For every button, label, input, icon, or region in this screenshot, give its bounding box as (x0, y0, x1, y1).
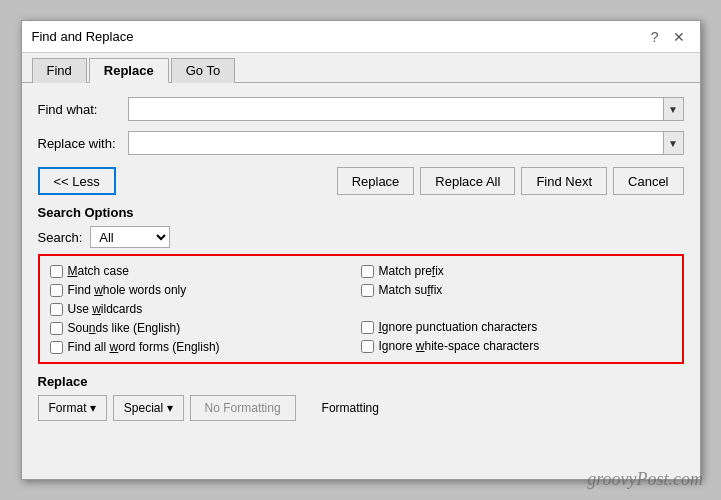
label-ignore-punctuation: Ignore punctuation characters (379, 320, 538, 334)
search-select[interactable]: All Down Up (91, 229, 169, 246)
format-button[interactable]: Format ▾ (38, 395, 107, 421)
label-whole-words: Find whole words only (68, 283, 187, 297)
label-ignore-whitespace: Ignore white-space characters (379, 339, 540, 353)
special-button[interactable]: Special ▾ (113, 395, 184, 421)
title-bar-buttons: ? ✕ (646, 28, 690, 46)
search-select-wrap: All Down Up (90, 226, 170, 248)
title-bar-left: Find and Replace (32, 29, 134, 44)
options-col-left: Match case Find whole words only Use wil… (50, 264, 361, 354)
option-ignore-whitespace: Ignore white-space characters (361, 339, 672, 353)
label-match-case: Match case (68, 264, 129, 278)
replace-section: Replace Format ▾ Special ▾ No Formatting… (38, 374, 684, 421)
tab-find[interactable]: Find (32, 58, 87, 83)
tab-goto[interactable]: Go To (171, 58, 235, 83)
checkbox-whole-words[interactable] (50, 284, 63, 297)
checkbox-ignore-whitespace[interactable] (361, 340, 374, 353)
label-match-prefix: Match prefix (379, 264, 444, 278)
dialog-title: Find and Replace (32, 29, 134, 44)
option-match-suffix: Match suffix (361, 283, 672, 297)
less-button[interactable]: << Less (38, 167, 116, 195)
find-input[interactable] (129, 98, 663, 120)
option-ignore-punctuation: Ignore punctuation characters (361, 320, 672, 334)
find-row: Find what: ▼ (38, 97, 684, 121)
option-word-forms: Find all word forms (English) (50, 340, 361, 354)
find-label: Find what: (38, 102, 128, 117)
find-replace-dialog: Find and Replace ? ✕ Find Replace Go To … (21, 20, 701, 480)
checkbox-match-prefix[interactable] (361, 265, 374, 278)
replace-dropdown-btn[interactable]: ▼ (663, 132, 683, 154)
options-box: Match case Find whole words only Use wil… (38, 254, 684, 364)
replace-all-button[interactable]: Replace All (420, 167, 515, 195)
watermark: groovyPost.com (587, 469, 703, 490)
checkbox-ignore-punctuation[interactable] (361, 321, 374, 334)
search-options-title: Search Options (38, 205, 684, 220)
formatting-label: Formatting (322, 401, 379, 415)
search-select-row: Search: All Down Up (38, 226, 684, 248)
no-formatting-button[interactable]: No Formatting (190, 395, 296, 421)
title-bar: Find and Replace ? ✕ (22, 21, 700, 53)
options-cols: Match case Find whole words only Use wil… (50, 264, 672, 354)
replace-button[interactable]: Replace (337, 167, 415, 195)
replace-input-wrap: ▼ (128, 131, 684, 155)
checkbox-word-forms[interactable] (50, 341, 63, 354)
search-label: Search: (38, 230, 83, 245)
find-input-wrap: ▼ (128, 97, 684, 121)
options-col-right: Match prefix Match suffix Ignore punctua… (361, 264, 672, 354)
find-next-button[interactable]: Find Next (521, 167, 607, 195)
replace-section-title: Replace (38, 374, 684, 389)
checkbox-match-case[interactable] (50, 265, 63, 278)
replace-input[interactable] (129, 132, 663, 154)
checkbox-match-suffix[interactable] (361, 284, 374, 297)
option-match-case: Match case (50, 264, 361, 278)
cancel-button[interactable]: Cancel (613, 167, 683, 195)
label-sounds-like: Sounds like (English) (68, 321, 181, 335)
help-button[interactable]: ? (646, 28, 664, 46)
label-word-forms: Find all word forms (English) (68, 340, 220, 354)
button-row: << Less Replace Replace All Find Next Ca… (38, 167, 684, 195)
option-wildcards: Use wildcards (50, 302, 361, 316)
find-dropdown-btn[interactable]: ▼ (663, 98, 683, 120)
dialog-body: Find what: ▼ Replace with: ▼ << Less Rep… (22, 83, 700, 431)
replace-row: Replace with: ▼ (38, 131, 684, 155)
checkbox-wildcards[interactable] (50, 303, 63, 316)
replace-label: Replace with: (38, 136, 128, 151)
tab-replace[interactable]: Replace (89, 58, 169, 83)
label-match-suffix: Match suffix (379, 283, 443, 297)
close-button[interactable]: ✕ (668, 28, 690, 46)
option-whole-words: Find whole words only (50, 283, 361, 297)
label-wildcards: Use wildcards (68, 302, 143, 316)
checkbox-sounds-like[interactable] (50, 322, 63, 335)
option-match-prefix: Match prefix (361, 264, 672, 278)
option-sounds-like: Sounds like (English) (50, 321, 361, 335)
tabs: Find Replace Go To (22, 53, 700, 83)
replace-btn-row: Format ▾ Special ▾ No Formatting Formatt… (38, 395, 684, 421)
